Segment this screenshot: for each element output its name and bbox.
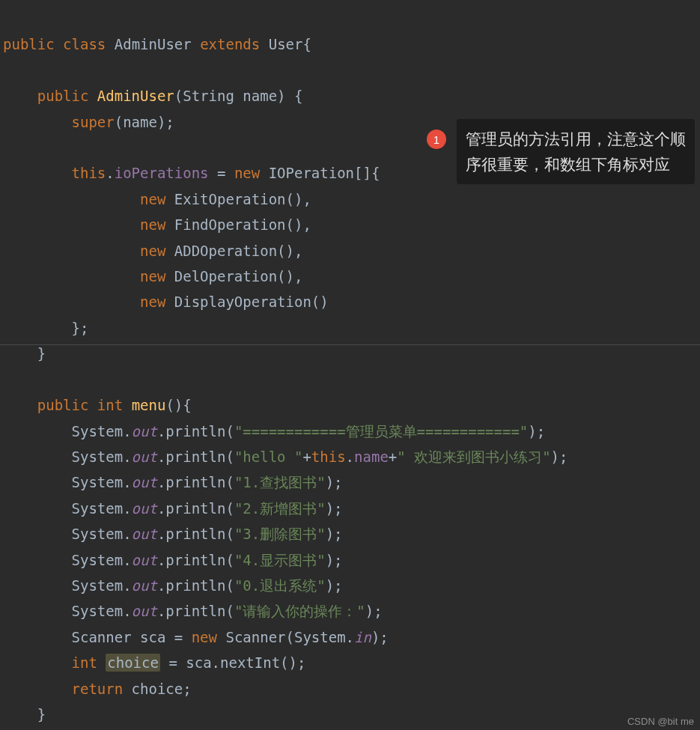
println: .println( (157, 603, 234, 619)
system: System. (72, 577, 132, 594)
keyword-this: this (311, 448, 346, 465)
super-call: (name); (115, 114, 174, 130)
keyword-extends: extends (200, 36, 260, 52)
op-call: DelOperation(), (165, 268, 302, 285)
signature: (){ (165, 397, 191, 413)
string-literal: "请输入你的操作：" (234, 603, 365, 619)
equals: = (209, 165, 234, 181)
system: System. (72, 423, 132, 439)
field-name: ioPerations (115, 165, 209, 181)
keyword-new: new (140, 216, 165, 233)
scanner-ctor: Scanner(System. (217, 629, 354, 645)
system: System. (72, 500, 132, 517)
class-name: AdminUser (115, 36, 192, 52)
close-call: ); (551, 448, 568, 465)
keyword-public: public (37, 397, 89, 413)
op-call: FindOperation(), (165, 216, 311, 233)
keyword-new: new (192, 629, 217, 645)
keyword-new: new (140, 243, 165, 259)
string-literal: "============管理员菜单============" (234, 423, 528, 439)
close-array: }; (72, 320, 89, 336)
close-call: ); (528, 423, 545, 439)
annotation-badge[interactable]: 1 (427, 130, 446, 149)
close-call: ); (365, 603, 383, 619)
string-literal: "1.查找图书" (234, 474, 326, 490)
out-field: out (132, 577, 157, 594)
string-literal: "4.显示图书" (234, 552, 326, 568)
println: .println( (157, 423, 234, 439)
println: .println( (157, 552, 234, 568)
dot: . (346, 448, 354, 465)
string-literal: "0.退出系统" (234, 577, 326, 594)
highlighted-var: choice (106, 654, 160, 672)
close-call: ); (326, 474, 343, 490)
system: System. (72, 526, 132, 542)
keyword-super: super (72, 114, 115, 130)
return-expr: choice; (123, 681, 192, 697)
array-type: IOPeration[]{ (260, 165, 380, 181)
close-method: } (37, 706, 46, 723)
out-field: out (132, 603, 157, 619)
assign: = sca.nextInt(); (160, 654, 305, 671)
code-editor[interactable]: public class AdminUser extends User{ pub… (0, 0, 700, 730)
superclass-name: User (269, 36, 303, 52)
keyword-public: public (3, 36, 55, 52)
dot: . (106, 165, 114, 181)
scanner-ctor-end: ); (371, 629, 389, 645)
println: .println( (157, 500, 234, 517)
keyword-new: new (140, 293, 165, 310)
scanner-decl: Scanner sca = (72, 629, 192, 645)
close-ctor: } (37, 345, 46, 362)
out-field: out (132, 526, 157, 542)
keyword-this: this (72, 165, 106, 181)
keyword-return: return (72, 681, 124, 697)
keyword-new: new (140, 191, 165, 207)
plus: + (302, 448, 311, 465)
constructor-name: AdminUser (97, 88, 174, 104)
println: .println( (157, 474, 234, 490)
field-name: name (354, 448, 389, 465)
brace: { (302, 36, 311, 52)
keyword-int: int (97, 397, 123, 413)
out-field: out (132, 423, 157, 439)
out-field: out (132, 552, 157, 568)
close-call: ); (326, 500, 343, 517)
op-call: ExitOperation(), (165, 191, 311, 207)
keyword-new: new (140, 268, 165, 285)
string-literal: " 欢迎来到图书小练习" (397, 448, 550, 465)
plus: + (389, 448, 397, 465)
string-literal: "hello " (234, 448, 303, 465)
op-call: ADDOperation(), (165, 243, 302, 259)
close-call: ); (326, 577, 343, 594)
op-call: DisplayOperation() (165, 293, 328, 310)
println: .println( (157, 577, 234, 594)
annotation-tooltip: 管理员的方法引用，注意这个顺序很重要，和数组下角标对应 (457, 119, 695, 184)
system: System. (72, 603, 132, 619)
in-field: in (354, 629, 371, 645)
string-literal: "3.删除图书" (234, 526, 326, 542)
keyword-new: new (234, 165, 260, 181)
println: .println( (157, 448, 234, 465)
signature: (String name) { (174, 88, 303, 104)
out-field: out (132, 474, 157, 490)
system: System. (72, 448, 132, 465)
out-field: out (132, 448, 157, 465)
system: System. (72, 474, 132, 490)
string-literal: "2.新增图书" (234, 500, 326, 517)
system: System. (72, 552, 132, 568)
println: .println( (157, 526, 234, 542)
keyword-int: int (72, 654, 97, 671)
keyword-public: public (37, 88, 89, 104)
method-separator (0, 344, 700, 345)
method-name: menu (132, 397, 166, 413)
out-field: out (132, 500, 157, 517)
keyword-class: class (63, 36, 106, 52)
close-call: ); (326, 526, 343, 542)
watermark: CSDN @bit me (627, 716, 694, 727)
close-call: ); (326, 552, 343, 568)
